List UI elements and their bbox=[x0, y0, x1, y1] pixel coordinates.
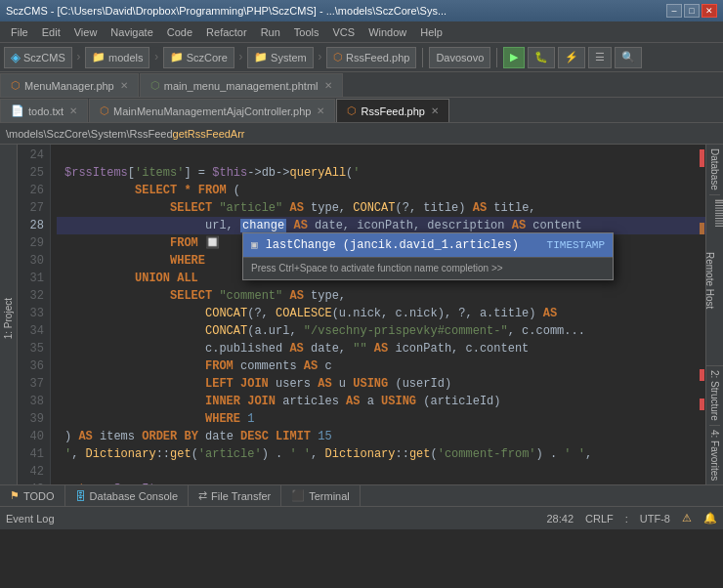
code-line-34: CONCAT(a.url, "/vsechny-prispevky#commen… bbox=[57, 322, 705, 340]
close-button[interactable]: ✕ bbox=[702, 4, 717, 18]
line-num: 25 bbox=[18, 164, 44, 182]
search-toolbar-button[interactable]: 🔍 bbox=[615, 47, 642, 68]
code-line-39: WHERE 1 bbox=[57, 410, 705, 428]
database-panel-label[interactable]: Database bbox=[709, 145, 720, 195]
tab-close-rssfeed[interactable]: ✕ bbox=[431, 105, 439, 116]
tab-rssfeed[interactable]: ⬡ RssFeed.php ✕ bbox=[336, 99, 448, 122]
line-num: 24 bbox=[18, 147, 44, 164]
line-num: 43 bbox=[18, 481, 44, 484]
toolbar-models[interactable]: 📁 models bbox=[85, 47, 149, 68]
notification-icon: 🔔 bbox=[703, 512, 717, 525]
code-line-42 bbox=[57, 463, 705, 481]
autocomplete-popup[interactable]: ▣ lastChange (jancik.david_1.articles) T… bbox=[242, 232, 614, 280]
code-line-26: SELECT * FROM ( bbox=[57, 182, 705, 199]
remote-host-panel-label[interactable]: ||||||||||| Remote Host bbox=[705, 195, 723, 366]
toolbar-extra1[interactable]: ☰ bbox=[588, 47, 612, 68]
line-num: 33 bbox=[18, 305, 44, 322]
status-encoding[interactable]: UTF-8 bbox=[640, 513, 670, 525]
toolbar-separator2 bbox=[496, 48, 497, 67]
code-line-43: return $rssItems; bbox=[57, 481, 705, 484]
tab-close-todo[interactable]: ✕ bbox=[69, 105, 77, 116]
project-panel-label[interactable]: 1: Project bbox=[3, 298, 14, 339]
code-line-35: c.published AS date, "" AS iconPath, c.c… bbox=[57, 340, 705, 357]
scroll-indicator-top bbox=[698, 145, 705, 484]
tab-terminal[interactable]: ⬛ Terminal bbox=[281, 485, 361, 507]
code-line-37: LEFT JOIN users AS u USING (userId) bbox=[57, 375, 705, 393]
menu-navigate[interactable]: Navigate bbox=[104, 24, 159, 40]
toolbar-sczcore[interactable]: 📁 SczCore bbox=[163, 47, 234, 68]
tab-close-phtml[interactable]: ✕ bbox=[324, 80, 332, 91]
menu-help[interactable]: Help bbox=[413, 24, 449, 40]
right-panel-grip: ||||||||||| bbox=[715, 199, 724, 203]
terminal-icon: ⬛ bbox=[291, 489, 305, 502]
menu-tools[interactable]: Tools bbox=[287, 24, 326, 40]
menu-vcs[interactable]: VCS bbox=[326, 24, 362, 40]
txt-file-icon: 📄 bbox=[11, 105, 24, 117]
line-num: 29 bbox=[18, 234, 44, 252]
breadcrumb-path: \models\SczCore\System\RssFeed bbox=[6, 128, 173, 140]
tab-file-transfer[interactable]: ⇄ File Transfer bbox=[189, 485, 281, 507]
tab-row-1: ⬡ MenuManager.php ✕ ⬡ main_menu_manageme… bbox=[0, 72, 723, 98]
structure-panel-label[interactable]: 2: Structure bbox=[709, 366, 720, 426]
title-text: SczCMS - [C:\Users\David\Dropbox\Program… bbox=[6, 5, 666, 17]
line-numbers: 24 25 26 27 28 29 30 31 32 33 34 35 36 3… bbox=[18, 145, 51, 484]
tab-database-console[interactable]: 🗄 Database Console bbox=[65, 485, 190, 507]
tab-ajaj-controller[interactable]: ⬡ MainMenuManagementAjajController.php ✕ bbox=[89, 99, 335, 122]
path-sep4: › bbox=[317, 51, 323, 64]
status-line-ending[interactable]: CRLF bbox=[585, 513, 614, 525]
menu-run[interactable]: Run bbox=[254, 24, 287, 40]
autocomplete-selected-item[interactable]: ▣ lastChange (jancik.david_1.articles) T… bbox=[243, 233, 613, 257]
main-area: 1: Project 24 25 26 27 28 29 30 31 32 33… bbox=[0, 145, 723, 484]
code-line-33: CONCAT(?, COALESCE(u.nick, c.nick), ?, a… bbox=[57, 305, 705, 322]
toolbar-rssfeed[interactable]: ⬡ RssFeed.php bbox=[326, 47, 416, 68]
code-line-25: $rssItems['items'] = $this->db->queryAll… bbox=[57, 164, 705, 182]
favorites-panel-label[interactable]: 4: Favorites bbox=[709, 426, 720, 484]
toolbar-system[interactable]: 📁 System bbox=[247, 47, 314, 68]
line-num: 32 bbox=[18, 287, 44, 305]
minimize-button[interactable]: – bbox=[666, 4, 682, 18]
tab-close-ajaj[interactable]: ✕ bbox=[317, 105, 324, 116]
breadcrumb-method: getRssFeedArr bbox=[173, 128, 245, 140]
code-line-38: INNER JOIN articles AS a USING (articleI… bbox=[57, 393, 705, 410]
toolbar-davosovo[interactable]: Davosovo bbox=[429, 47, 490, 68]
menu-file[interactable]: File bbox=[4, 24, 35, 40]
search-run-button[interactable]: ⚡ bbox=[558, 47, 585, 68]
ac-field-icon: ▣ bbox=[251, 236, 258, 254]
maximize-button[interactable]: □ bbox=[684, 4, 700, 18]
run-button[interactable]: ▶ bbox=[503, 47, 525, 68]
error-indicator-3 bbox=[700, 399, 704, 410]
line-num: 42 bbox=[18, 463, 44, 481]
tab-menumanager[interactable]: ⬡ MenuManager.php ✕ bbox=[0, 73, 139, 97]
event-log-link[interactable]: Event Log bbox=[6, 513, 55, 525]
window-controls: – □ ✕ bbox=[666, 4, 717, 18]
status-sep: : bbox=[625, 513, 628, 525]
path-sep1: › bbox=[75, 51, 82, 64]
tab-close-menumanager[interactable]: ✕ bbox=[120, 80, 128, 91]
folder-icon: 📁 bbox=[92, 51, 106, 63]
debug-button[interactable]: 🐛 bbox=[528, 47, 555, 68]
error-indicator-2 bbox=[700, 369, 704, 381]
menu-refactor[interactable]: Refactor bbox=[199, 24, 254, 40]
tab-todo-panel[interactable]: ⚑ TODO bbox=[0, 485, 65, 507]
left-panel: 1: Project bbox=[0, 145, 18, 484]
phtml-file-icon: ⬡ bbox=[150, 79, 160, 92]
warning-indicator-1 bbox=[700, 223, 704, 234]
code-line-27: SELECT "article" AS type, CONCAT(?, titl… bbox=[57, 199, 705, 217]
tab-todo[interactable]: 📄 todo.txt ✕ bbox=[0, 99, 88, 122]
toolbar-sczcms[interactable]: ◈ SczCMS bbox=[4, 47, 72, 68]
line-num: 31 bbox=[18, 270, 44, 287]
tab-row-2: 📄 todo.txt ✕ ⬡ MainMenuManagementAjajCon… bbox=[0, 98, 723, 123]
code-container: 24 25 26 27 28 29 30 31 32 33 34 35 36 3… bbox=[18, 145, 705, 484]
code-line-36: FROM comments AS c bbox=[57, 357, 705, 375]
line-num: 36 bbox=[18, 357, 44, 375]
path-sep2: › bbox=[152, 51, 159, 64]
menu-window[interactable]: Window bbox=[362, 24, 413, 40]
ac-item-type: TIMESTAMP bbox=[547, 236, 605, 254]
menu-edit[interactable]: Edit bbox=[35, 24, 67, 40]
menu-view[interactable]: View bbox=[67, 24, 105, 40]
editor-area[interactable]: 24 25 26 27 28 29 30 31 32 33 34 35 36 3… bbox=[18, 145, 705, 484]
line-num: 37 bbox=[18, 375, 44, 393]
folder2-icon: 📁 bbox=[170, 51, 184, 63]
tab-main-menu-phtml[interactable]: ⬡ main_menu_management.phtml ✕ bbox=[140, 73, 343, 97]
menu-code[interactable]: Code bbox=[160, 24, 199, 40]
